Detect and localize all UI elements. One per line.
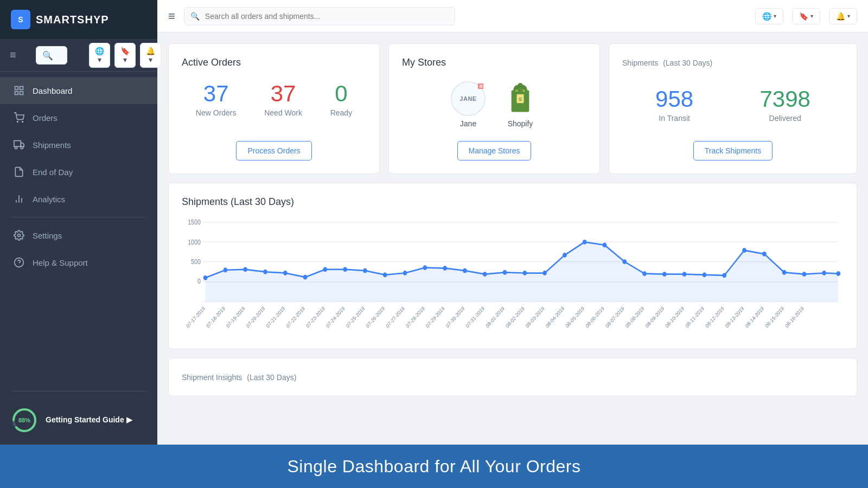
search-wrapper: 🔍 <box>184 7 455 25</box>
svg-point-4 <box>17 121 18 123</box>
svg-point-39 <box>383 272 387 277</box>
svg-text:07-28-2019: 07-28-2019 <box>405 305 426 329</box>
header-actions: 🌐 ▾ 🔖 ▾ 🔔 ▾ <box>89 43 161 68</box>
logo-icon: S <box>11 10 30 29</box>
top-header: ≡ 🔍 🌐 ▾ 🔖 ▾ 🔔 ▾ <box>0 39 157 72</box>
svg-text:07-18-2019: 07-18-2019 <box>206 305 226 329</box>
bookmark-icon: 🔖 <box>799 12 808 21</box>
svg-rect-2 <box>15 92 18 95</box>
search-container: 🔍 <box>36 46 67 65</box>
svg-point-34 <box>283 271 288 275</box>
sidebar-item-orders[interactable]: Orders <box>0 104 157 131</box>
sidebar-item-help-label: Help & Support <box>33 258 88 267</box>
sidebar-item-end-of-day-label: End of Day <box>33 168 73 177</box>
svg-point-57 <box>742 248 746 253</box>
new-orders-label: New Orders <box>196 108 237 117</box>
globe-dropdown-arrow: ▾ <box>774 13 776 19</box>
getting-started-title: Getting Started Guide ▶ <box>46 415 132 426</box>
svg-point-48 <box>563 253 567 258</box>
end-of-day-icon <box>13 166 25 178</box>
svg-point-30 <box>203 275 208 280</box>
ready-stat: 0 Ready <box>330 81 352 117</box>
shipments-stats: 958 In Transit 7398 Delivered <box>622 81 844 128</box>
need-work-count: 37 <box>264 81 302 106</box>
svg-text:08-16-2019: 08-16-2019 <box>784 305 805 329</box>
progress-circle: 88% <box>11 407 38 434</box>
sidebar-item-settings[interactable]: Settings <box>0 222 157 249</box>
getting-started-link[interactable]: 88% Getting Started Guide ▶ <box>11 407 146 434</box>
sidebar-bottom-divider <box>11 391 146 391</box>
jane-initials: JANE <box>459 95 476 102</box>
svg-point-7 <box>15 146 17 149</box>
svg-point-37 <box>343 267 347 272</box>
svg-text:07-31-2019: 07-31-2019 <box>465 305 486 329</box>
help-icon <box>13 256 25 268</box>
process-orders-button[interactable]: Process Orders <box>236 141 311 160</box>
svg-text:08-05-2019: 08-05-2019 <box>565 305 585 329</box>
search-icon: 🔍 <box>42 50 53 60</box>
delivered-count: 7398 <box>760 87 810 112</box>
sidebar-item-end-of-day[interactable]: End of Day <box>0 158 157 185</box>
hamburger-icon[interactable]: ≡ <box>168 9 175 23</box>
svg-text:1000: 1000 <box>188 239 201 246</box>
sidebar-item-analytics[interactable]: Analytics <box>0 185 157 213</box>
bookmark-button[interactable]: 🔖 ▾ <box>114 43 136 68</box>
svg-point-41 <box>423 265 427 270</box>
need-work-stat: 37 Need Work <box>264 81 302 117</box>
svg-point-50 <box>603 242 607 247</box>
svg-text:08-06-2019: 08-06-2019 <box>585 305 605 329</box>
svg-text:07-21-2019: 07-21-2019 <box>265 305 286 329</box>
svg-text:08-15-2019: 08-15-2019 <box>764 305 785 329</box>
chart-container: 1500 1000 500 0 <box>182 216 844 336</box>
in-transit-stat: 958 In Transit <box>655 87 693 123</box>
sidebar-item-help[interactable]: Help & Support <box>0 249 157 276</box>
svg-text:08-03-2019: 08-03-2019 <box>525 305 545 329</box>
globe-header-button[interactable]: 🌐 ▾ <box>755 8 783 24</box>
main-search-input[interactable] <box>184 7 455 25</box>
svg-point-60 <box>802 272 807 277</box>
svg-point-53 <box>662 272 667 277</box>
chart-svg: 1500 1000 500 0 <box>182 216 844 336</box>
svg-text:500: 500 <box>191 258 201 265</box>
svg-point-5 <box>22 121 23 123</box>
shopify-logo: S <box>503 81 538 116</box>
svg-point-38 <box>363 268 367 273</box>
svg-point-46 <box>522 271 527 275</box>
sidebar-item-shipments[interactable]: Shipments <box>0 131 157 158</box>
svg-point-31 <box>223 268 227 273</box>
svg-point-40 <box>403 271 407 275</box>
track-shipments-button[interactable]: Track Shipments <box>693 141 773 160</box>
svg-text:0: 0 <box>197 278 201 285</box>
menu-icon[interactable]: ≡ <box>10 49 16 61</box>
bell-header-button[interactable]: 🔔 ▾ <box>829 8 857 24</box>
svg-text:07-30-2019: 07-30-2019 <box>445 305 465 329</box>
svg-text:08-02-2019: 08-02-2019 <box>505 305 526 329</box>
shopify-bag-svg: S <box>504 82 537 115</box>
bookmark-header-button[interactable]: 🔖 ▾ <box>792 8 820 24</box>
manage-stores-button[interactable]: Manage Stores <box>457 141 532 160</box>
stores-icons: JANE ⚙ Jane <box>451 81 538 128</box>
sidebar-logo: S SMARTSHYP <box>0 0 157 39</box>
sidebar-item-dashboard[interactable]: Dashboard <box>0 77 157 104</box>
svg-rect-3 <box>20 92 23 95</box>
svg-point-55 <box>703 272 707 277</box>
orders-icon <box>13 112 25 124</box>
svg-point-20 <box>522 89 525 92</box>
store-item-jane: JANE ⚙ Jane <box>451 81 486 128</box>
svg-point-45 <box>503 270 507 275</box>
shipments-icon <box>13 139 25 151</box>
svg-point-33 <box>263 269 267 274</box>
svg-text:08-01-2019: 08-01-2019 <box>485 305 506 329</box>
dashboard-icon <box>13 85 25 97</box>
active-orders-stats: 37 New Orders 37 Need Work 0 Ready <box>182 81 366 117</box>
svg-text:07-26-2019: 07-26-2019 <box>365 305 386 329</box>
svg-text:07-24-2019: 07-24-2019 <box>325 305 346 329</box>
svg-rect-0 <box>15 87 18 90</box>
globe-button[interactable]: 🌐 ▾ <box>89 43 110 68</box>
active-orders-card: Active Orders 37 New Orders 37 Need Work <box>168 43 380 174</box>
sidebar-item-orders-label: Orders <box>33 113 58 123</box>
bottom-banner: Single Dashboard for All Your Orders <box>0 445 868 488</box>
svg-point-35 <box>303 275 308 280</box>
banner-text: Single Dashboard for All Your Orders <box>288 457 581 477</box>
svg-point-8 <box>21 146 23 149</box>
